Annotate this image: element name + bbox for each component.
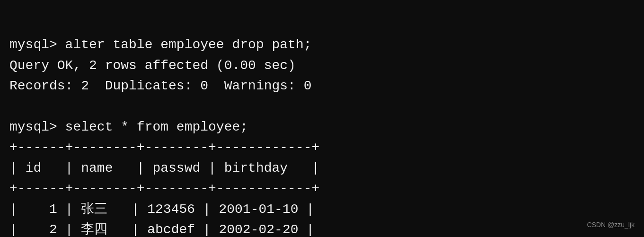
- terminal-line: +------+--------+--------+------------+: [9, 137, 635, 158]
- terminal-line: +------+--------+--------+------------+: [9, 178, 635, 199]
- terminal-line: | id | name | passwd | birthday |: [9, 158, 635, 178]
- terminal-line: mysql> alter table employee drop path;: [9, 35, 635, 55]
- terminal-output: mysql> alter table employee drop path;Qu…: [0, 0, 644, 237]
- terminal-line: | 2 | 李四 | abcdef | 2002-02-20 |: [9, 219, 635, 237]
- terminal-line: Records: 2 Duplicates: 0 Warnings: 0: [9, 76, 635, 96]
- terminal-line: Query OK, 2 rows affected (0.00 sec): [9, 55, 635, 76]
- terminal-line: mysql> select * from employee;: [9, 117, 635, 137]
- watermark: CSDN @zzu_ljk: [587, 221, 635, 228]
- terminal-line: [9, 97, 635, 117]
- terminal-line: | 1 | 张三 | 123456 | 2001-01-10 |: [9, 199, 635, 219]
